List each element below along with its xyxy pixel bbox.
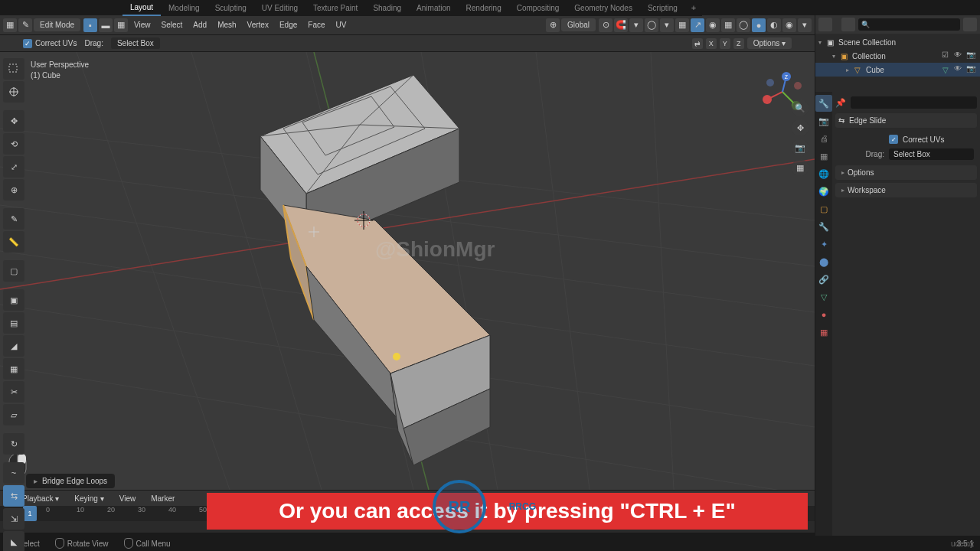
outliner-search[interactable]: 🔍: [858, 18, 960, 31]
tab-geometry-nodes[interactable]: Geometry Nodes: [567, 1, 640, 15]
timeline-keying[interactable]: Keying ▾: [70, 493, 108, 504]
snap-icon[interactable]: 🧲: [614, 18, 628, 32]
snap-dropdown-icon[interactable]: ▾: [629, 18, 643, 32]
correct-uvs-checkbox[interactable]: ✓ Correct UVs: [23, 39, 77, 48]
shading-material-icon[interactable]: ◐: [767, 18, 781, 32]
tab-compositing[interactable]: Compositing: [509, 1, 567, 15]
tool-spin[interactable]: ↻: [3, 433, 24, 455]
shading-dropdown-icon[interactable]: ▾: [798, 18, 812, 32]
prop-tab-object[interactable]: ▢: [815, 201, 832, 217]
drag-mode-dropdown[interactable]: Select Box: [111, 37, 160, 49]
tool-scale[interactable]: ⤢: [3, 156, 24, 178]
panel-workspace[interactable]: ▸ Workspace: [835, 183, 977, 197]
tool-poly-build[interactable]: ▱: [3, 404, 24, 425]
tool-edge-slide[interactable]: ⇆: [3, 485, 24, 507]
editor-type-icon[interactable]: ▦: [3, 18, 17, 32]
timeline-view[interactable]: View: [115, 493, 141, 504]
prop-tab-tool[interactable]: 🔧: [815, 95, 832, 112]
menu-view[interactable]: View: [129, 18, 155, 31]
shading-wireframe-icon[interactable]: ◯: [737, 18, 750, 32]
options-dropdown[interactable]: Options ▾: [747, 37, 792, 49]
nav-pan-icon[interactable]: ✥: [792, 119, 808, 136]
tab-modeling[interactable]: Modeling: [161, 1, 207, 15]
prop-tab-world[interactable]: 🌍: [815, 183, 832, 200]
prop-correct-uvs[interactable]: ✓ Correct UVs: [835, 132, 977, 146]
axis-x-button[interactable]: X: [706, 38, 717, 49]
face-select-icon[interactable]: ▦: [114, 18, 128, 32]
last-operator-panel[interactable]: ▸ Bridge Edge Loops: [26, 474, 115, 488]
tool-shear[interactable]: ◣: [3, 531, 24, 551]
toggle-visibility-icon[interactable]: 👁: [954, 51, 965, 61]
tab-animation[interactable]: Animation: [409, 1, 458, 15]
orientation-icon[interactable]: ⊕: [546, 18, 560, 32]
vertex-select-icon[interactable]: ▪: [83, 18, 97, 32]
outliner-display-mode-icon[interactable]: [818, 18, 832, 31]
outliner-scene-collection[interactable]: ▾ ▣ Scene Collection: [815, 35, 980, 49]
gizmo-icon[interactable]: ↗: [691, 18, 704, 32]
tool-smooth[interactable]: ~: [3, 462, 24, 484]
properties-search[interactable]: [851, 96, 977, 109]
shading-solid-icon[interactable]: ●: [752, 18, 766, 32]
overlay-icon[interactable]: ◉: [706, 18, 720, 32]
current-frame-indicator[interactable]: 1: [23, 506, 37, 521]
prop-tab-viewlayer[interactable]: ▦: [815, 148, 832, 165]
tool-bevel[interactable]: ◢: [3, 335, 24, 357]
panel-options[interactable]: ▸ Options: [835, 165, 977, 180]
expand-icon[interactable]: ▾: [832, 53, 835, 60]
pivot-icon[interactable]: ⊙: [599, 18, 612, 32]
tool-add-cube[interactable]: ▢: [3, 260, 24, 282]
3d-viewport[interactable]: User Perspective (1) Cube: [0, 52, 815, 490]
tab-texture-paint[interactable]: Texture Paint: [305, 1, 365, 15]
tool-extrude[interactable]: ▣: [3, 289, 24, 311]
nav-zoom-icon[interactable]: 🔍: [792, 99, 808, 116]
tool-loop-cut[interactable]: ▦: [3, 358, 24, 380]
tool-move[interactable]: ✥: [3, 110, 24, 132]
tab-add-button[interactable]: +: [685, 0, 702, 15]
orientation-dropdown[interactable]: Global: [561, 18, 596, 31]
axis-y-button[interactable]: Y: [720, 38, 730, 49]
proportional-dropdown-icon[interactable]: ▾: [660, 18, 674, 32]
prop-tab-output[interactable]: 🖨: [815, 130, 832, 147]
prop-tab-texture[interactable]: ▦: [815, 324, 832, 341]
tab-shading[interactable]: Shading: [365, 1, 409, 15]
menu-select[interactable]: Select: [157, 18, 188, 31]
toggle-render-icon[interactable]: 📷: [966, 64, 977, 75]
tab-rendering[interactable]: Rendering: [459, 1, 509, 15]
tab-uv-editing[interactable]: UV Editing: [254, 1, 305, 15]
outliner-cube[interactable]: ▸ ▽ Cube ▽ 👁 📷: [815, 63, 980, 77]
menu-vertex[interactable]: Vertex: [243, 18, 273, 31]
tool-cursor[interactable]: [3, 81, 24, 103]
tool-rotate[interactable]: ⟲: [3, 133, 24, 155]
prop-tab-physics[interactable]: ⬤: [815, 253, 832, 270]
prop-pin-icon[interactable]: 📌: [835, 98, 848, 108]
menu-edge[interactable]: Edge: [275, 18, 302, 31]
menu-uv[interactable]: UV: [332, 18, 351, 31]
prop-tab-render[interactable]: 📷: [815, 112, 832, 129]
tool-select-box[interactable]: [3, 58, 24, 80]
prop-tab-data[interactable]: ▽: [815, 289, 832, 305]
tool-transform[interactable]: ⊕: [3, 179, 24, 201]
toggle-visibility-icon[interactable]: 👁: [954, 64, 965, 75]
mode-dropdown[interactable]: Edit Mode: [34, 18, 80, 31]
expand-icon[interactable]: ▸: [846, 67, 849, 73]
menu-add[interactable]: Add: [188, 18, 211, 31]
tab-layout[interactable]: Layout: [122, 0, 161, 16]
mirror-icon[interactable]: ⇄: [692, 38, 703, 49]
tab-sculpting[interactable]: Sculpting: [207, 1, 254, 15]
toggle-render-icon[interactable]: 📷: [966, 51, 977, 61]
menu-face[interactable]: Face: [303, 18, 329, 31]
outliner-filter-icon[interactable]: [963, 18, 977, 31]
menu-mesh[interactable]: Mesh: [213, 18, 240, 31]
timeline-marker[interactable]: Marker: [146, 493, 179, 504]
nav-camera-icon[interactable]: 📷: [792, 139, 808, 156]
shading-rendered-icon[interactable]: ◉: [782, 18, 796, 32]
outliner-view-icon[interactable]: [841, 18, 855, 31]
proportional-icon[interactable]: ◯: [645, 18, 658, 32]
prop-tab-material[interactable]: ●: [815, 306, 832, 323]
nav-ortho-icon[interactable]: ▦: [792, 159, 808, 176]
mode-icon[interactable]: ✎: [18, 18, 32, 32]
prop-tab-particles[interactable]: ✦: [815, 236, 832, 253]
prop-tab-constraint[interactable]: 🔗: [815, 271, 832, 288]
outliner-collection[interactable]: ▾ ▣ Collection ☑ 👁 📷: [815, 49, 980, 63]
toggle-exclude-icon[interactable]: ☑: [942, 51, 952, 61]
